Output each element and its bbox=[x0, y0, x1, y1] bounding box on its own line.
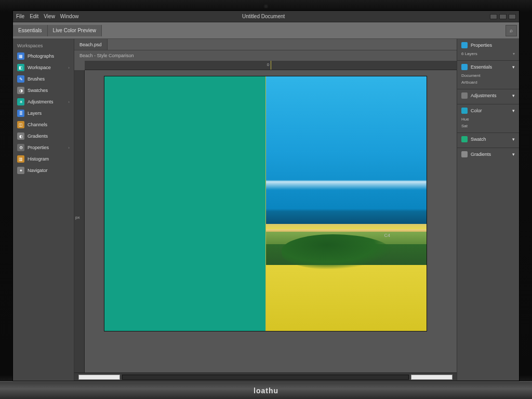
panel-title-label: Properties bbox=[471, 43, 492, 48]
panel-row-label: Sat bbox=[461, 124, 468, 128]
minimize-button[interactable] bbox=[490, 14, 497, 19]
sidebar-item-label: Swatches bbox=[28, 88, 48, 93]
workspace: Beach.psd Beach - Style Comparison 0 px bbox=[74, 39, 457, 381]
webcam-dot bbox=[264, 4, 268, 8]
search-icon[interactable]: ⌕ bbox=[506, 25, 517, 36]
sidebar-item-workspace[interactable]: ◧Workspace› bbox=[13, 62, 74, 73]
panel-title-label: Color bbox=[471, 108, 482, 113]
chevron-down-icon[interactable]: ▾ bbox=[512, 152, 515, 157]
sidebar-item-histogram[interactable]: ▥Histogram bbox=[13, 153, 74, 165]
panel-title-label: Swatch bbox=[471, 137, 486, 142]
ruler-horizontal[interactable]: 0 bbox=[85, 61, 457, 70]
chevron-down-icon[interactable]: ▾ bbox=[512, 93, 515, 98]
menu-file[interactable]: File bbox=[16, 14, 24, 19]
laptop-brand: loathu bbox=[0, 381, 532, 399]
photo-icon: ▦ bbox=[17, 52, 24, 60]
sidebar-item-layers[interactable]: ≣Layers bbox=[13, 108, 74, 119]
compare-pane-left[interactable] bbox=[104, 76, 265, 331]
panel-row-label: Hue bbox=[461, 117, 469, 122]
panel-color[interactable]: Color▾ Hue Sat bbox=[457, 104, 519, 133]
panel-essentials[interactable]: Essentials▾ Document Artboard bbox=[457, 61, 519, 89]
app-window: File Edit View Window Untitled Document … bbox=[12, 10, 520, 381]
chevron-down-icon[interactable]: ▾ bbox=[512, 64, 515, 70]
panel-swatch[interactable]: Swatch▾ bbox=[457, 133, 519, 148]
panel-row-label: Artboard bbox=[461, 80, 477, 85]
workspace-tab-essentials[interactable]: Essentials bbox=[13, 25, 48, 36]
ruler-vertical[interactable]: px bbox=[74, 70, 85, 373]
horizontal-scrollbar[interactable] bbox=[74, 373, 457, 381]
swatch-icon bbox=[461, 136, 468, 142]
sidebar-item-label: Brushes bbox=[28, 76, 45, 82]
chevron-right-icon: › bbox=[68, 145, 70, 150]
panel-meta-label: 6 Layers bbox=[461, 51, 477, 56]
window-controls bbox=[490, 14, 516, 19]
adjust-icon: ☀ bbox=[17, 98, 24, 105]
color-icon bbox=[461, 108, 468, 114]
sidebar-item-label: Histogram bbox=[28, 156, 49, 162]
chevron-down-icon[interactable]: ▾ bbox=[513, 51, 515, 56]
gradient-icon bbox=[461, 151, 468, 157]
panel-row[interactable]: Artboard bbox=[461, 79, 515, 86]
menu-edit[interactable]: Edit bbox=[30, 14, 38, 19]
workspace-tab-preview[interactable]: Live Color Preview bbox=[48, 25, 102, 36]
sidebar-item-channels[interactable]: ◫Channels bbox=[13, 119, 74, 130]
document-tab-active[interactable]: Beach.psd bbox=[74, 39, 108, 50]
guide-label: C4 bbox=[384, 233, 390, 238]
panel-status: Properties 6 Layers ▾ bbox=[457, 39, 519, 61]
sidebar-item-navigator[interactable]: ✦Navigator bbox=[13, 165, 74, 176]
sidebar-item-label: Adjustments bbox=[28, 99, 54, 104]
navigator-icon: ✦ bbox=[17, 167, 24, 174]
brush-icon: ✎ bbox=[17, 75, 24, 83]
panel-row[interactable]: Sat bbox=[461, 123, 515, 129]
panel-status-title: Properties bbox=[461, 42, 515, 50]
sidebar-item-label: Workspace bbox=[28, 65, 51, 70]
panel-row[interactable]: Hue bbox=[461, 116, 515, 123]
scroll-track[interactable] bbox=[122, 375, 409, 380]
maximize-button[interactable] bbox=[499, 14, 507, 19]
artboard[interactable] bbox=[104, 76, 427, 331]
sidebar-item-brushes[interactable]: ✎Brushes bbox=[13, 73, 74, 85]
sidebar-item-label: Properties bbox=[28, 145, 49, 150]
scroll-thumb-left[interactable] bbox=[78, 375, 120, 380]
chevron-right-icon: › bbox=[68, 65, 70, 70]
swatch-icon: ◑ bbox=[17, 87, 24, 94]
panel-row[interactable]: Document bbox=[461, 72, 515, 79]
essentials-icon bbox=[461, 64, 468, 70]
panel-gradients[interactable]: Gradients▾ bbox=[457, 148, 519, 381]
histogram-icon: ▥ bbox=[17, 155, 24, 163]
window-title: Untitled Document bbox=[44, 14, 483, 19]
laptop-bezel: File Edit View Window Untitled Document … bbox=[0, 0, 532, 399]
sidebar-item-gradients[interactable]: ◐Gradients bbox=[13, 130, 74, 142]
ruler-tick-center: 0 bbox=[267, 62, 269, 67]
sidebar-item-properties[interactable]: ⚙Properties› bbox=[13, 142, 74, 153]
sidebar-heading: Workspaces bbox=[13, 41, 74, 50]
compare-pane-right[interactable] bbox=[265, 76, 427, 331]
sidebar-item-label: Layers bbox=[28, 111, 42, 116]
channels-icon: ◫ bbox=[17, 121, 24, 128]
sidebar-item-label: Gradients bbox=[28, 134, 48, 139]
sidebar-item-photographs[interactable]: ▦Photographs bbox=[13, 50, 74, 62]
panel-row-label: Document bbox=[461, 73, 480, 78]
chevron-right-icon: › bbox=[68, 100, 70, 104]
sidebar-item-adjustments[interactable]: ☀Adjustments› bbox=[13, 96, 74, 108]
chevron-down-icon[interactable]: ▾ bbox=[512, 137, 515, 142]
chevron-down-icon[interactable]: ▾ bbox=[512, 108, 515, 113]
sidebar-item-label: Navigator bbox=[28, 168, 48, 173]
panel-title-label: Gradients bbox=[471, 152, 491, 157]
panel-adjustments[interactable]: Adjustments▾ bbox=[457, 89, 519, 104]
scroll-thumb-right[interactable] bbox=[411, 375, 453, 380]
document-tabs: Beach.psd bbox=[74, 39, 457, 50]
split-divider[interactable] bbox=[265, 76, 266, 331]
properties-icon: ⚙ bbox=[17, 144, 24, 151]
canvas-area: 0 px C4 bbox=[74, 61, 457, 373]
workspace-icon: ◧ bbox=[17, 64, 24, 71]
gradient-icon: ◐ bbox=[17, 132, 24, 140]
toolbar: Essentials Live Color Preview ⌕ bbox=[13, 22, 519, 39]
close-button[interactable] bbox=[509, 14, 516, 19]
panel-title-label: Essentials bbox=[471, 64, 492, 70]
sidebar-item-label: Photographs bbox=[28, 54, 54, 59]
sidebar-item-swatches[interactable]: ◑Swatches bbox=[13, 85, 74, 96]
properties-icon bbox=[461, 42, 468, 48]
menu-bar: File Edit View Window Untitled Document bbox=[13, 11, 519, 22]
panel-meta-row: 6 Layers ▾ bbox=[461, 50, 515, 57]
